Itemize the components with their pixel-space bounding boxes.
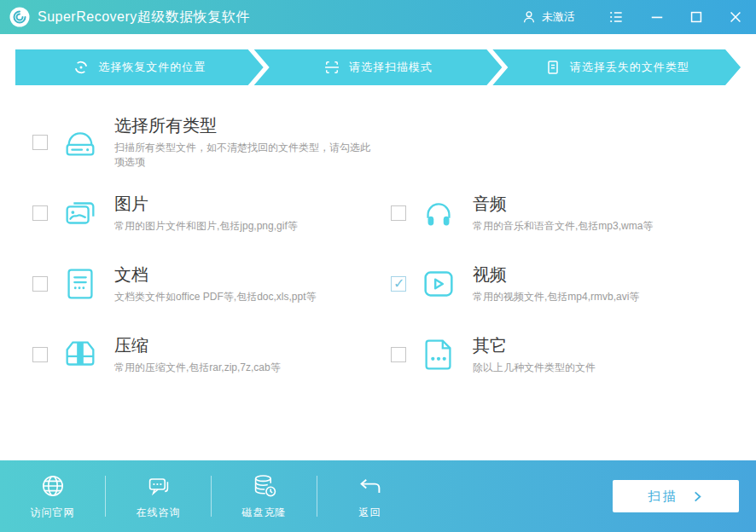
file-type-description: 文档类文件如office PDF等,包括doc,xls,ppt等 xyxy=(114,290,317,304)
close-button[interactable] xyxy=(727,9,744,26)
document-icon xyxy=(61,264,100,304)
step-file-types[interactable]: 请选择丢失的文件类型 xyxy=(492,49,741,85)
footer-action-support[interactable]: 在线咨询 xyxy=(106,472,211,520)
chat-icon xyxy=(145,472,172,500)
app-logo-icon xyxy=(9,6,31,28)
activation-label: 未激活 xyxy=(542,9,575,25)
maximize-button[interactable] xyxy=(688,9,705,26)
drive-icon xyxy=(61,123,100,162)
step-recover-location[interactable]: 选择恢复文件的位置 xyxy=(15,49,264,85)
step-label: 请选择扫描模式 xyxy=(349,60,433,75)
checkbox-archive[interactable] xyxy=(32,347,48,362)
file-icon xyxy=(544,59,561,76)
activation-status[interactable]: 未激活 xyxy=(520,9,575,26)
checkbox-other[interactable] xyxy=(391,347,406,362)
titlebar: SuperRecovery超级数据恢复软件 未激活 xyxy=(0,0,756,34)
step-label: 选择恢复文件的位置 xyxy=(98,60,206,75)
scan-button-label: 扫描 xyxy=(648,489,677,505)
footer-action-label: 在线咨询 xyxy=(137,506,181,520)
checkbox-all-types[interactable] xyxy=(32,135,48,150)
file-type-panel: 选择所有类型 扫描所有类型文件，如不清楚找回的文件类型，请勾选此项选项 图片 常… xyxy=(0,94,756,460)
checkbox-images[interactable] xyxy=(32,205,48,221)
footer-action-diskclone[interactable]: 磁盘克隆 xyxy=(212,472,317,520)
file-type-item-video[interactable]: 视频 常用的视频文件,包括mp4,rmvb,avi等 xyxy=(391,257,756,310)
file-type-description: 扫描所有类型文件，如不清楚找回的文件类型，请勾选此项选项 xyxy=(114,141,378,170)
footer-action-label: 访问官网 xyxy=(31,506,75,520)
file-type-title: 其它 xyxy=(473,335,596,356)
wizard-steps: 选择恢复文件的位置 请选择扫描模式 请选择丢失的文件类型 xyxy=(0,34,756,94)
menu-list-icon[interactable] xyxy=(608,9,625,26)
file-type-title: 图片 xyxy=(114,194,298,214)
file-type-description: 除以上几种文件类型的文件 xyxy=(473,361,596,375)
user-icon xyxy=(520,9,538,26)
checkbox-documents[interactable] xyxy=(32,276,48,292)
app-title: SuperRecovery超级数据恢复软件 xyxy=(38,9,250,26)
file-type-item-images[interactable]: 图片 常用的图片文件和图片,包括jpg,png,gif等 xyxy=(32,187,378,240)
app-window: SuperRecovery超级数据恢复软件 未激活 选择恢复文件的位置 xyxy=(0,0,756,532)
scan-button[interactable]: 扫描 xyxy=(613,480,739,512)
file-type-description: 常用的压缩文件,包括rar,zip,7z,cab等 xyxy=(114,361,281,375)
step-scan-mode[interactable]: 请选择扫描模式 xyxy=(254,49,503,85)
chevron-right-icon xyxy=(691,490,704,503)
file-type-item-archive[interactable]: 压缩 常用的压缩文件,包括rar,zip,7z,cab等 xyxy=(32,328,378,381)
footer-action-back[interactable]: 返回 xyxy=(317,472,422,520)
video-play-icon xyxy=(419,264,458,304)
file-type-item-all[interactable]: 选择所有类型 扫描所有类型文件，如不清楚找回的文件类型，请勾选此项选项 xyxy=(32,116,378,169)
file-type-description: 常用的音乐和语音文件,包括mp3,wma等 xyxy=(473,219,653,234)
footer-bar: 访问官网 在线咨询 磁盘克隆 返回 扫描 xyxy=(0,460,756,532)
file-type-title: 选择所有类型 xyxy=(114,115,378,136)
step-label: 请选择丢失的文件类型 xyxy=(570,60,689,75)
scan-frame-icon xyxy=(323,59,340,76)
minimize-button[interactable] xyxy=(648,9,666,26)
sync-icon xyxy=(73,59,90,76)
file-type-title: 音频 xyxy=(473,194,653,214)
back-icon xyxy=(357,472,384,500)
archive-icon xyxy=(61,335,100,374)
file-type-description: 常用的视频文件,包括mp4,rmvb,avi等 xyxy=(473,290,639,304)
disk-clone-icon xyxy=(251,472,278,500)
footer-action-label: 磁盘克隆 xyxy=(242,506,287,520)
headphones-icon xyxy=(419,194,458,233)
other-file-icon xyxy=(419,335,458,374)
footer-action-website[interactable]: 访问官网 xyxy=(0,472,105,520)
image-icon xyxy=(61,194,100,233)
file-type-item-other[interactable]: 其它 除以上几种文件类型的文件 xyxy=(391,328,756,381)
file-type-item-audio[interactable]: 音频 常用的音乐和语音文件,包括mp3,wma等 xyxy=(391,187,756,240)
file-type-title: 压缩 xyxy=(114,335,281,356)
footer-action-label: 返回 xyxy=(359,506,381,520)
file-type-title: 文档 xyxy=(114,264,317,285)
file-type-title: 视频 xyxy=(473,264,639,285)
file-type-description: 常用的图片文件和图片,包括jpg,png,gif等 xyxy=(114,219,298,234)
globe-icon xyxy=(39,472,67,500)
checkbox-audio[interactable] xyxy=(391,205,406,221)
checkbox-video[interactable] xyxy=(391,276,406,292)
file-type-item-documents[interactable]: 文档 文档类文件如office PDF等,包括doc,xls,ppt等 xyxy=(32,257,378,310)
